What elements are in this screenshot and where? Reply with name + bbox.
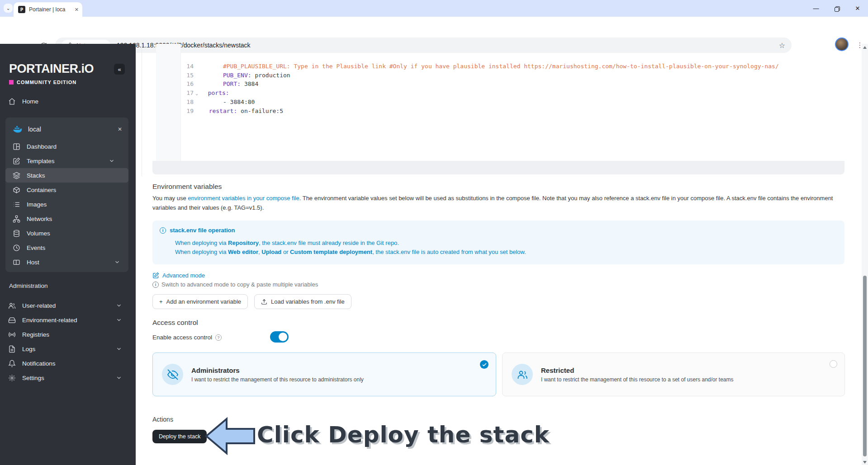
users-icon [8,302,16,310]
dashboard-icon [13,143,20,150]
sidebar-item-label: Settings [22,375,44,381]
sidebar-item-notifications[interactable]: Notifications [0,356,136,371]
window-restore-button[interactable] [826,0,847,17]
sidebar-item-settings[interactable]: Settings [0,371,136,385]
environment-close-icon[interactable]: ✕ [118,126,122,132]
scrollbar-thumb[interactable] [863,276,867,456]
users-icon [512,364,533,385]
sidebar-item-dashboard[interactable]: Dashboard [5,139,128,154]
tab-close-icon[interactable]: ✕ [75,7,79,13]
sidebar-item-home[interactable]: Home [0,94,136,108]
environment-group: local ✕ Dashboard Templates Stacks [5,117,128,272]
scrollbar-down-icon[interactable] [863,461,867,464]
scrollbar-up-icon[interactable] [863,46,867,49]
plus-icon: + [159,298,163,305]
help-icon[interactable]: ? [215,334,222,341]
access-control-title: Access control [152,319,198,327]
sidebar-item-label: Host [27,259,39,266]
sidebar-item-label: Containers [27,187,56,193]
editor-line: 15 PUB_ENV: production [156,62,290,71]
restore-icon [835,6,839,11]
info-icon: i [152,282,159,288]
environment-variables-title: Environment variables [152,183,222,191]
tab-search-button[interactable]: ⌄ [4,4,13,13]
administrators-description: I want to restrict the management of thi… [191,376,364,383]
sidebar-item-user-related[interactable]: User-related [0,298,136,313]
restricted-description: I want to restrict the management of thi… [541,376,734,383]
home-icon [8,98,16,105]
unselected-radio[interactable] [830,360,837,368]
chevron-down-icon [116,375,122,381]
editor-widget-footer [152,161,844,174]
window-minimize-button[interactable]: — [806,0,826,17]
sidebar-item-volumes[interactable]: Volumes [5,226,128,240]
sidebar-item-label: Dashboard [27,143,57,150]
editor-line: 18 - 3884:80 [156,89,255,98]
sidebar-item-label: Images [27,201,47,208]
sidebar-item-networks[interactable]: Networks [5,211,128,226]
sidebar-item-host[interactable]: Host [5,255,128,269]
sidebar-item-label: Templates [27,158,55,164]
sidebar: PORTAINER.iO « COMMUNITY EDITION Home lo… [0,44,136,465]
sidebar-item-label: Events [27,244,45,251]
sidebar-item-label: Logs [22,346,35,352]
editor-line: 16 PORT: 3884 [156,70,258,80]
containers-icon [13,186,20,194]
editor-line: 14 #PUB_PLAUSIBLE_URL: Type in the Plaus… [156,53,779,62]
sidebar-item-registries[interactable]: Registries [0,327,136,342]
browser-profile-avatar[interactable] [835,38,849,51]
window-close-button[interactable]: ✕ [847,0,868,17]
administration-section-label: Administration [9,282,48,289]
deploy-the-stack-button[interactable]: Deploy the stack [152,430,207,443]
page-scrollbar[interactable] [862,44,868,465]
sidebar-item-label: Home [22,98,38,105]
sidebar-collapse-button[interactable]: « [114,64,125,75]
add-environment-variable-button[interactable]: + Add an environment variable [152,294,248,309]
templates-icon [13,157,20,165]
sidebar-item-containers[interactable]: Containers [5,183,128,197]
administrators-title: Administrators [191,366,364,374]
infobox-line-repository: When deploying via Repository, the stack… [175,239,837,248]
advanced-mode-hint: i Switch to advanced mode to copy & past… [152,281,318,288]
infobox-line-webeditor: When deploying via Web editor, Upload or… [175,248,837,257]
radio-icon [8,331,16,338]
stack-env-infobox: i stack.env file operation When deployin… [152,221,844,264]
sidebar-item-label: User-related [22,302,56,309]
sidebar-item-events[interactable]: Events [5,240,128,255]
sidebar-item-logs[interactable]: Logs [0,342,136,356]
sidebar-item-environment-related[interactable]: Environment-related [0,313,136,327]
sidebar-item-images[interactable]: Images [5,197,128,211]
advanced-mode-link[interactable]: Advanced mode [152,272,205,279]
browser-tab[interactable]: P Portainer | loca ✕ [14,2,82,17]
sidebar-environment-local[interactable]: local ✕ [5,121,128,137]
networks-icon [13,215,20,223]
portainer-app-window: ⌄ P Portainer | loca ✕ — ✕ ← → Not secur… [0,0,868,465]
edition-square-icon [9,80,14,85]
portainer-logo: PORTAINER.iO [9,62,94,76]
load-variables-from-env-button[interactable]: Load variables from .env file [254,294,351,309]
stacks-icon [13,172,20,179]
edition-label: COMMUNITY EDITION [9,80,76,85]
tab-title: Portainer | loca [29,6,71,13]
bookmark-star-icon[interactable]: ☆ [779,41,785,50]
url-text[interactable]: 192.168.1.18:9000/#!/2/docker/stacks/new… [117,42,251,49]
sidebar-item-label: Stacks [27,172,45,179]
sidebar-item-label: Volumes [27,230,50,237]
access-option-restricted[interactable]: Restricted I want to restrict the manage… [502,352,845,396]
access-option-administrators[interactable]: Administrators I want to restrict the ma… [152,352,496,396]
chevron-down-icon [116,346,122,352]
actions-title: Actions [152,416,173,423]
annotation-arrow-icon [205,417,256,456]
access-control-toggle[interactable] [270,331,289,343]
edit-icon [152,272,159,279]
annotation-text: Click Deploy the stack [257,422,550,448]
chevron-down-icon [114,259,120,265]
docker-whale-icon [13,125,23,133]
compose-env-vars-link[interactable]: environment variables in your compose fi… [188,195,299,202]
chevron-down-icon [116,317,122,323]
sidebar-item-templates[interactable]: Templates [5,154,128,168]
hard-drive-icon [8,316,16,324]
events-icon [13,244,20,252]
info-icon: i [160,227,166,234]
sidebar-item-stacks[interactable]: Stacks [5,168,128,183]
